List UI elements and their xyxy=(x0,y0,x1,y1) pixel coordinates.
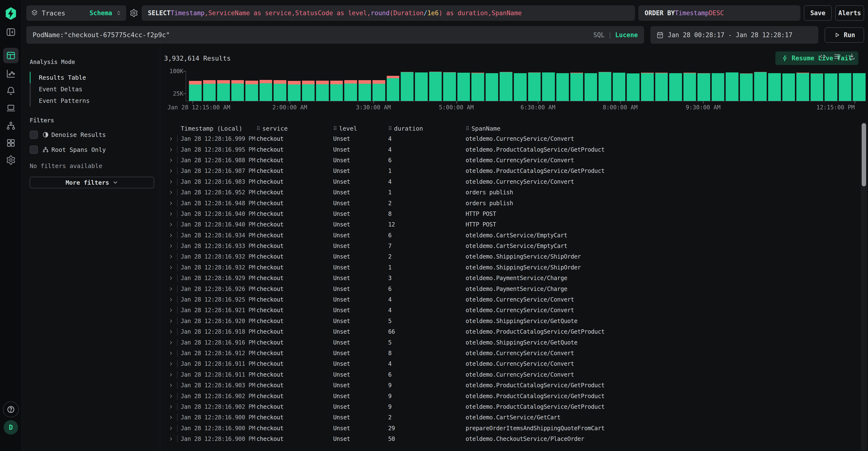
chart-bar[interactable] xyxy=(316,81,329,101)
chart-bar[interactable] xyxy=(768,73,781,101)
nav-client-sessions[interactable] xyxy=(0,102,22,115)
expand-row-button[interactable] xyxy=(164,318,177,324)
checkbox[interactable] xyxy=(30,131,38,139)
table-row[interactable]: Jan 28 12:28:16.932 PMcheckoutUnset1otel… xyxy=(164,262,868,273)
chart-bar[interactable] xyxy=(387,76,400,101)
chart-bar[interactable] xyxy=(598,72,611,101)
table-row[interactable]: Jan 28 12:28:16.926 PMcheckoutUnset6otel… xyxy=(164,283,868,294)
drag-handle-icon[interactable]: ⠿ xyxy=(466,125,469,132)
chart-bar[interactable] xyxy=(471,73,484,101)
expand-row-button[interactable] xyxy=(164,276,177,281)
table-row[interactable]: Jan 28 12:28:16.912 PMcheckoutUnset8otel… xyxy=(164,348,868,359)
chart-bar[interactable] xyxy=(330,81,343,101)
user-menu[interactable]: D xyxy=(0,420,22,435)
chart-bar[interactable] xyxy=(245,81,258,101)
table-row[interactable]: Jan 28 12:28:16.911 PMcheckoutUnset4otel… xyxy=(164,359,868,369)
drag-handle-icon[interactable]: ⠿ xyxy=(333,125,337,132)
checkbox[interactable] xyxy=(30,146,38,154)
table-row[interactable]: Jan 28 12:28:16.983 PMcheckoutUnset4otel… xyxy=(164,176,868,187)
expand-row-button[interactable] xyxy=(164,329,177,334)
app-logo[interactable] xyxy=(0,6,22,21)
chart-bar[interactable] xyxy=(486,73,498,101)
table-row[interactable]: Jan 28 12:28:16.934 PMcheckoutUnset6otel… xyxy=(164,230,868,241)
table-row[interactable]: Jan 28 12:28:16.900 PMcheckoutUnset50ote… xyxy=(164,433,868,444)
table-row[interactable]: Jan 28 12:28:16.999 PMcheckoutUnset4otel… xyxy=(164,134,868,144)
lucene-mode-option[interactable]: Lucene xyxy=(615,31,638,39)
alerts-button[interactable]: Alerts xyxy=(835,5,864,21)
chart-bar[interactable] xyxy=(217,80,230,101)
table-row[interactable]: Jan 28 12:28:16.929 PMcheckoutUnset3otel… xyxy=(164,273,868,283)
chart-bar[interactable] xyxy=(740,74,753,101)
analysis-mode-event-deltas[interactable]: Event Deltas xyxy=(31,83,90,95)
column-header-duration[interactable]: ⠿duration xyxy=(388,125,466,132)
expand-row-button[interactable] xyxy=(164,372,177,377)
source-select[interactable]: Traces Schema xyxy=(26,5,126,21)
chart-bar[interactable] xyxy=(401,72,413,101)
expand-row-button[interactable] xyxy=(164,415,177,420)
nav-alerts[interactable] xyxy=(0,84,22,97)
expand-row-button[interactable] xyxy=(164,147,177,152)
expand-row-button[interactable] xyxy=(164,201,177,206)
order-by-editor[interactable]: ORDER BY Timestamp DESC xyxy=(638,5,801,21)
table-row[interactable]: Jan 28 12:28:16.940 PMcheckoutUnset8HTTP… xyxy=(164,208,868,219)
chart-bar[interactable] xyxy=(542,73,555,101)
column-header-level[interactable]: ⠿level xyxy=(333,125,388,132)
column-header-spanname[interactable]: ⠿SpanName xyxy=(466,125,868,132)
table-row[interactable]: Jan 28 12:28:16.916 PMcheckoutUnset5otel… xyxy=(164,337,868,348)
chart-bar[interactable] xyxy=(585,73,597,101)
expand-row-button[interactable] xyxy=(164,233,177,238)
source-settings-button[interactable] xyxy=(129,9,138,18)
save-button[interactable]: Save xyxy=(804,5,832,21)
table-row[interactable]: Jan 28 12:28:16.932 PMcheckoutUnset2otel… xyxy=(164,251,868,262)
language-toggle[interactable]: SQL | Lucene xyxy=(593,31,638,39)
expand-row-button[interactable] xyxy=(164,426,177,431)
drag-handle-icon[interactable]: ⠿ xyxy=(388,125,392,132)
scrollbar-thumb[interactable] xyxy=(862,123,866,187)
chart-bar[interactable] xyxy=(782,74,795,101)
download-button[interactable] xyxy=(848,53,856,60)
chart-bar[interactable] xyxy=(556,73,569,101)
chart-bar[interactable] xyxy=(726,73,739,101)
chart-bar[interactable] xyxy=(839,73,851,101)
table-row[interactable]: Jan 28 12:28:16.900 PMcheckoutUnset29pre… xyxy=(164,423,868,433)
nav-chart-explorer[interactable] xyxy=(0,67,22,80)
collapse-sidebar-button[interactable] xyxy=(0,25,22,39)
view-code-button[interactable] xyxy=(819,53,827,60)
chart-bar[interactable] xyxy=(796,73,809,101)
expand-row-button[interactable] xyxy=(164,211,177,217)
table-row[interactable]: Jan 28 12:28:16.911 PMcheckoutUnset6otel… xyxy=(164,369,868,380)
chart-bar[interactable] xyxy=(641,73,654,101)
chart-bar[interactable] xyxy=(189,81,202,101)
table-row[interactable]: Jan 28 12:28:16.921 PMcheckoutUnset4otel… xyxy=(164,305,868,315)
table-row[interactable]: Jan 28 12:28:16.925 PMcheckoutUnset4otel… xyxy=(164,294,868,305)
expand-row-button[interactable] xyxy=(164,254,177,259)
table-row[interactable]: Jan 28 12:28:16.933 PMcheckoutUnset7otel… xyxy=(164,241,868,251)
more-filters-button[interactable]: More filters xyxy=(30,177,154,188)
filter-toggle-denoise-results[interactable]: Denoise Results xyxy=(30,131,152,139)
expand-row-button[interactable] xyxy=(164,286,177,292)
chart-bar[interactable] xyxy=(698,73,710,101)
chart-bar[interactable] xyxy=(613,73,625,101)
nav-settings[interactable] xyxy=(0,153,22,167)
chart-bar[interactable] xyxy=(754,72,767,101)
chart-bar[interactable] xyxy=(500,72,513,101)
chart-bar[interactable] xyxy=(231,80,244,101)
analysis-mode-event-patterns[interactable]: Event Patterns xyxy=(31,95,90,107)
expand-row-button[interactable] xyxy=(164,383,177,388)
chart-bar[interactable] xyxy=(627,74,640,101)
table-row[interactable]: Jan 28 12:28:16.920 PMcheckoutUnset5otel… xyxy=(164,316,868,327)
expand-row-button[interactable] xyxy=(164,394,177,399)
chart-bar[interactable] xyxy=(429,72,442,101)
run-button[interactable]: Run xyxy=(825,27,864,43)
filter-toggle-root-spans-only[interactable]: Root Spans Only xyxy=(30,146,152,154)
nav-search-results[interactable] xyxy=(0,48,22,63)
expand-row-button[interactable] xyxy=(164,158,177,163)
schema-label[interactable]: Schema xyxy=(90,9,112,17)
column-header-service[interactable]: ⠿service xyxy=(256,125,333,132)
table-row[interactable]: Jan 28 12:28:16.952 PMcheckoutUnset1orde… xyxy=(164,187,868,198)
table-row[interactable]: Jan 28 12:28:16.948 PMcheckoutUnset2orde… xyxy=(164,198,868,208)
expand-row-button[interactable] xyxy=(164,243,177,249)
chart-bar[interactable] xyxy=(443,72,456,101)
table-row[interactable]: Jan 28 12:28:16.900 PMcheckoutUnset2otel… xyxy=(164,412,868,423)
help-button[interactable] xyxy=(0,401,22,418)
